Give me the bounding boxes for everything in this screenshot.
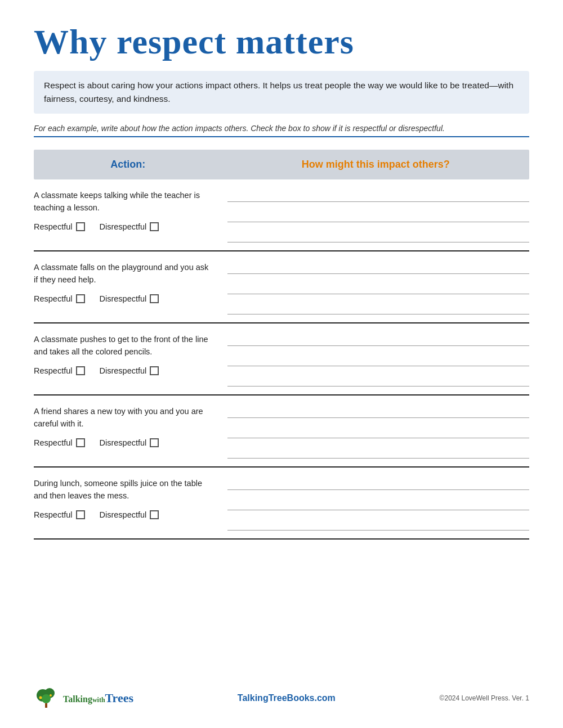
scenario-right-1 <box>222 190 529 242</box>
logo-icon <box>34 685 60 711</box>
scenario-right-2 <box>222 262 529 314</box>
respectful-group-2: Respectful <box>34 294 85 303</box>
respectful-checkbox-5[interactable] <box>76 510 85 519</box>
disrespectful-group-1: Disrespectful <box>100 222 159 231</box>
write-line-3-0[interactable] <box>227 334 529 346</box>
main-table: Action: How might this impact others? A … <box>34 150 529 540</box>
write-line-2-2[interactable] <box>227 302 529 314</box>
instruction-text: For each example, write about how the ac… <box>34 124 529 137</box>
respectful-group-5: Respectful <box>34 510 85 519</box>
respectful-group-4: Respectful <box>34 438 85 447</box>
write-line-3-2[interactable] <box>227 374 529 387</box>
scenario-text-4: A friend shares a new toy with you and y… <box>34 406 211 430</box>
scenario-row-4: A friend shares a new toy with you and y… <box>34 396 529 468</box>
write-line-4-1[interactable] <box>227 426 529 438</box>
scenario-text-1: A classmate keeps talking while the teac… <box>34 190 211 214</box>
write-line-5-1[interactable] <box>227 498 529 510</box>
respectful-label-5: Respectful <box>34 510 73 519</box>
respectful-checkbox-2[interactable] <box>76 294 85 303</box>
disrespectful-checkbox-2[interactable] <box>150 294 159 303</box>
write-line-3-1[interactable] <box>227 354 529 366</box>
intro-box: Respect is about caring how your actions… <box>34 71 529 114</box>
respectful-label-3: Respectful <box>34 366 73 375</box>
footer: Talking with Trees TalkingTreeBooks.com … <box>34 685 529 711</box>
svg-point-5 <box>50 694 52 696</box>
disrespectful-checkbox-4[interactable] <box>150 438 159 447</box>
svg-point-2 <box>42 694 51 703</box>
scenario-left-2: A classmate falls on the playground and … <box>34 262 222 314</box>
respectful-label-4: Respectful <box>34 438 73 447</box>
disrespectful-label-3: Disrespectful <box>100 366 147 375</box>
disrespectful-group-5: Disrespectful <box>100 510 159 519</box>
respectful-group-3: Respectful <box>34 366 85 375</box>
disrespectful-checkbox-1[interactable] <box>150 222 159 231</box>
checkbox-row-4: RespectfulDisrespectful <box>34 438 211 447</box>
scenario-left-5: During lunch, someone spills juice on th… <box>34 478 222 531</box>
scenario-left-4: A friend shares a new toy with you and y… <box>34 406 222 459</box>
logo-talking: Talking <box>63 694 92 704</box>
disrespectful-checkbox-3[interactable] <box>150 366 159 375</box>
disrespectful-checkbox-5[interactable] <box>150 510 159 519</box>
disrespectful-label-1: Disrespectful <box>100 222 147 231</box>
scenario-right-3 <box>222 334 529 387</box>
logo-trees: Trees <box>105 691 134 705</box>
write-line-2-1[interactable] <box>227 282 529 294</box>
disrespectful-label-4: Disrespectful <box>100 438 147 447</box>
respectful-label-1: Respectful <box>34 222 73 231</box>
write-line-5-2[interactable] <box>227 518 529 531</box>
intro-text: Respect is about caring how your actions… <box>44 79 519 106</box>
write-line-4-0[interactable] <box>227 406 529 418</box>
scenario-text-2: A classmate falls on the playground and … <box>34 262 211 286</box>
footer-url: TalkingTreeBooks.com <box>238 693 336 703</box>
respectful-checkbox-1[interactable] <box>76 222 85 231</box>
checkbox-row-1: RespectfulDisrespectful <box>34 222 211 231</box>
scenario-row-3: A classmate pushes to get to the front o… <box>34 323 529 396</box>
checkbox-row-3: RespectfulDisrespectful <box>34 366 211 375</box>
respectful-checkbox-3[interactable] <box>76 366 85 375</box>
checkbox-row-2: RespectfulDisrespectful <box>34 294 211 303</box>
logo-with: with <box>92 696 105 704</box>
write-line-2-0[interactable] <box>227 262 529 274</box>
disrespectful-group-3: Disrespectful <box>100 366 159 375</box>
write-line-1-0[interactable] <box>227 190 529 202</box>
svg-point-4 <box>39 696 42 699</box>
scenario-left-1: A classmate keeps talking while the teac… <box>34 190 222 242</box>
footer-logo: Talking with Trees <box>34 685 133 711</box>
scenario-text-5: During lunch, someone spills juice on th… <box>34 478 211 502</box>
page-title: Why respect matters <box>34 23 529 61</box>
svg-rect-3 <box>45 703 47 708</box>
scenario-row-2: A classmate falls on the playground and … <box>34 251 529 323</box>
disrespectful-label-5: Disrespectful <box>100 510 147 519</box>
disrespectful-group-4: Disrespectful <box>100 438 159 447</box>
scenario-row-5: During lunch, someone spills juice on th… <box>34 468 529 540</box>
table-header: Action: How might this impact others? <box>34 150 529 179</box>
logo-text-group: Talking with Trees <box>63 691 133 705</box>
disrespectful-group-2: Disrespectful <box>100 294 159 303</box>
scenario-right-4 <box>222 406 529 459</box>
footer-copyright: ©2024 LoveWell Press. Ver. 1 <box>440 694 529 702</box>
col-action-header: Action: <box>34 150 222 179</box>
col-impact-header: How might this impact others? <box>222 150 529 179</box>
write-line-1-2[interactable] <box>227 230 529 242</box>
scenario-text-3: A classmate pushes to get to the front o… <box>34 334 211 358</box>
respectful-group-1: Respectful <box>34 222 85 231</box>
disrespectful-label-2: Disrespectful <box>100 294 147 303</box>
scenario-right-5 <box>222 478 529 531</box>
respectful-label-2: Respectful <box>34 294 73 303</box>
respectful-checkbox-4[interactable] <box>76 438 85 447</box>
write-line-5-0[interactable] <box>227 478 529 490</box>
write-line-1-1[interactable] <box>227 210 529 222</box>
write-line-4-2[interactable] <box>227 446 529 459</box>
scenario-left-3: A classmate pushes to get to the front o… <box>34 334 222 387</box>
scenarios-container: A classmate keeps talking while the teac… <box>34 179 529 540</box>
checkbox-row-5: RespectfulDisrespectful <box>34 510 211 519</box>
scenario-row-1: A classmate keeps talking while the teac… <box>34 179 529 251</box>
